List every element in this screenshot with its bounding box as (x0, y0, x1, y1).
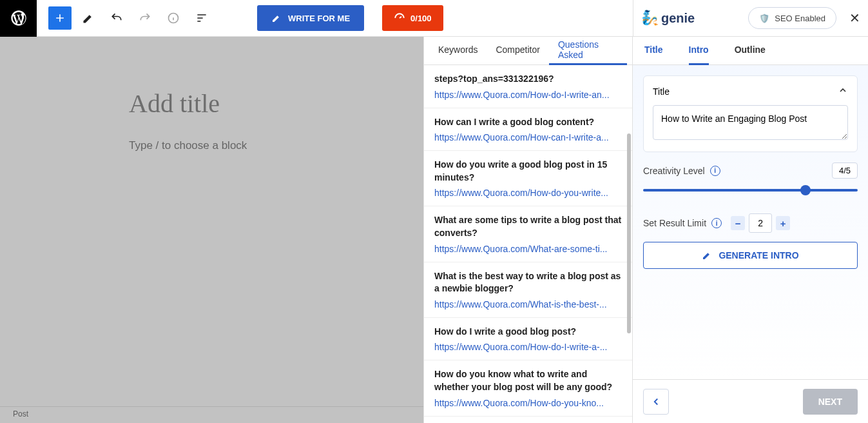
result-limit-input[interactable] (749, 213, 772, 233)
undo-button[interactable] (105, 6, 128, 30)
creativity-label: Creativity Level (643, 166, 705, 176)
score-label: 0/100 (410, 14, 432, 23)
title-input[interactable] (653, 105, 848, 140)
scrollbar-thumb[interactable] (627, 133, 631, 333)
outline-button[interactable] (190, 6, 213, 30)
question-link[interactable]: https://www.Quora.com/How-can-I-write-a.… (434, 132, 622, 143)
result-limit-label: Set Result Limit (643, 218, 706, 228)
question-text: How can I write a good blog content? (434, 116, 622, 129)
info-icon[interactable]: i (710, 166, 720, 176)
genie-logo: 🧞genie (641, 10, 695, 26)
seo-score-button[interactable]: 0/100 (382, 5, 443, 31)
increment-button[interactable]: + (776, 216, 790, 230)
wordpress-logo[interactable] (0, 0, 37, 37)
write-label: WRITE FOR ME (288, 14, 350, 23)
add-block-button[interactable] (48, 6, 72, 30)
question-link[interactable]: https://www.Quora.com/How-do-I-write-a-.… (434, 342, 622, 352)
redo-button[interactable] (133, 6, 157, 30)
tab-competitor[interactable]: Competitor (487, 37, 548, 65)
creativity-value: 4/5 (832, 162, 858, 179)
info-button[interactable] (162, 6, 185, 30)
question-text: How do you write a good blog post in 15 … (434, 159, 622, 184)
question-item: steps?top_ans=331322196?https://www.Quor… (424, 65, 632, 108)
write-for-me-button[interactable]: WRITE FOR ME (257, 5, 364, 31)
question-link[interactable]: https://www.Quora.com/What-is-the-best-.… (434, 299, 622, 310)
edit-tool-button[interactable] (77, 6, 100, 30)
wizard-tabs: Title Intro Outline (633, 37, 868, 65)
question-item: How do you know what to write and whethe… (424, 360, 632, 416)
generate-intro-button[interactable]: GENERATE INTRO (643, 242, 858, 269)
chevron-up-icon[interactable] (838, 85, 848, 97)
decrement-button[interactable]: − (731, 216, 745, 230)
seo-enabled-pill[interactable]: 🛡️ SEO Enabled (748, 7, 836, 29)
tab-title[interactable]: Title (644, 37, 663, 65)
question-item: What is the best way to write a blog pos… (424, 262, 632, 318)
tab-questions-asked[interactable]: Questions Asked (549, 37, 627, 65)
question-item: What are some tips to write a blog post … (424, 206, 632, 262)
tab-intro[interactable]: Intro (689, 37, 709, 65)
back-button[interactable] (643, 389, 669, 415)
question-link[interactable]: https://www.Quora.com/How-do-you-write..… (434, 188, 622, 198)
info-icon[interactable]: i (711, 218, 722, 228)
question-link[interactable]: https://www.Quora.com/How-do-I-write-an.… (434, 90, 622, 100)
question-item: How can I write a good blog content?http… (424, 108, 632, 152)
research-tabs: Keywords Competitor Questions Asked (424, 37, 632, 65)
question-text: steps?top_ans=331322196? (434, 73, 622, 86)
title-card: Title (643, 75, 858, 152)
question-text: What are some tips to write a blog post … (434, 214, 622, 239)
question-link[interactable]: https://www.Quora.com/How-do-you-kno... (434, 398, 622, 408)
seo-badge-icon: 🛡️ (759, 14, 769, 23)
question-item: How do you write a good blog post in 15 … (424, 151, 632, 206)
editor-area: Add title Type / to choose a block Post (0, 37, 423, 423)
creativity-slider[interactable] (643, 185, 858, 195)
question-text: How do you know what to write and whethe… (434, 368, 622, 393)
next-button[interactable]: NEXT (803, 389, 858, 415)
tab-outline[interactable]: Outline (735, 37, 766, 65)
tab-keywords[interactable]: Keywords (429, 37, 487, 65)
questions-list[interactable]: steps?top_ans=331322196?https://www.Quor… (424, 65, 632, 423)
close-icon[interactable]: ✕ (849, 10, 860, 26)
question-link[interactable]: https://www.Quora.com/What-are-some-ti..… (434, 244, 622, 254)
title-card-label: Title (653, 86, 670, 97)
question-text: What is the best way to write a blog pos… (434, 270, 622, 295)
editor-dim-overlay (0, 37, 423, 423)
question-text: How do I write a good blog post? (434, 326, 622, 339)
question-item: How do I write a good blog post?https://… (424, 318, 632, 361)
